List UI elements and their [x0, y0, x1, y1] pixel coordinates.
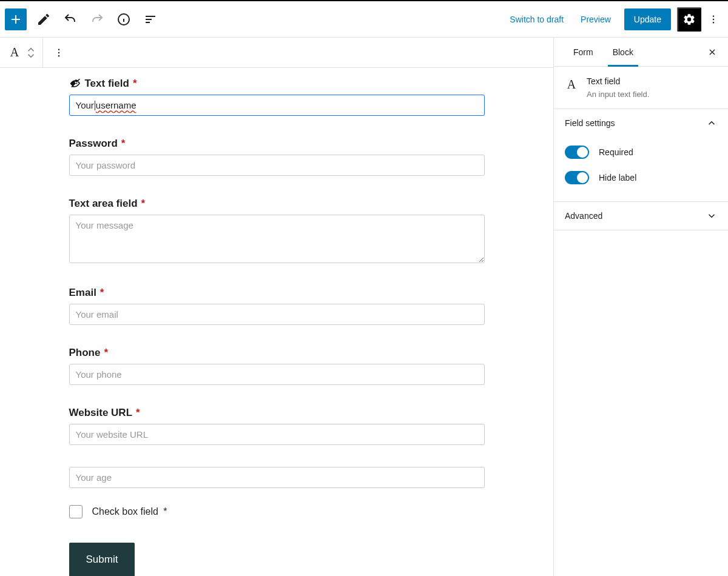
- url-field-block[interactable]: Website URL *: [69, 407, 485, 445]
- settings-sidebar: Form Block A Text field An input text fi…: [553, 38, 728, 576]
- email-input[interactable]: [69, 304, 485, 325]
- chevron-up-icon: [706, 118, 717, 129]
- svg-point-5: [58, 52, 59, 53]
- tab-form[interactable]: Form: [564, 38, 603, 66]
- field-label-text: Password: [69, 138, 118, 150]
- chevron-down-icon: [706, 210, 717, 221]
- field-label-text: Text field: [85, 78, 129, 90]
- undo-button[interactable]: [58, 7, 83, 32]
- section-advanced-header[interactable]: Advanced: [554, 202, 728, 230]
- phone-input[interactable]: [69, 364, 485, 385]
- gear-icon: [682, 13, 696, 26]
- details-button[interactable]: [112, 7, 136, 32]
- toggle-required-label: Required: [599, 147, 633, 157]
- outline-button[interactable]: [138, 7, 163, 32]
- field-label-text: Text area field: [69, 198, 138, 210]
- checkbox-field-block[interactable]: Check box field *: [69, 505, 485, 518]
- editor-top-header: Switch to draft Preview Update: [0, 1, 728, 38]
- phone-field-block[interactable]: Phone *: [69, 347, 485, 385]
- chevron-up-icon: [25, 47, 36, 53]
- required-mark: *: [104, 347, 108, 359]
- textarea-input[interactable]: [69, 215, 485, 263]
- form-canvas: Text field * Yourusername Password *: [69, 68, 485, 576]
- redo-icon: [90, 12, 104, 27]
- more-options-button[interactable]: [704, 7, 723, 32]
- tab-block[interactable]: Block: [603, 38, 643, 66]
- outline-icon: [143, 12, 158, 27]
- eye-off-icon: [69, 78, 81, 90]
- block-description: An input text field.: [587, 90, 649, 99]
- password-input[interactable]: [69, 155, 485, 176]
- section-field-settings: Field settings Required Hide label: [554, 109, 728, 202]
- text-field-block[interactable]: Text field * Yourusername: [69, 78, 485, 116]
- undo-icon: [63, 12, 78, 27]
- chevron-down-icon: [25, 53, 36, 59]
- section-field-settings-header[interactable]: Field settings: [554, 109, 728, 137]
- block-type-icon[interactable]: A: [6, 45, 23, 59]
- field-label-text: Email: [69, 287, 96, 299]
- svg-point-4: [58, 49, 59, 50]
- svg-point-3: [713, 22, 714, 23]
- svg-point-6: [58, 55, 59, 56]
- close-sidebar-button[interactable]: [703, 42, 722, 62]
- password-field-block[interactable]: Password *: [69, 138, 485, 176]
- close-icon: [707, 47, 717, 57]
- update-button[interactable]: Update: [624, 8, 671, 30]
- kebab-icon: [708, 14, 719, 25]
- required-mark: *: [121, 138, 126, 150]
- field-label-text: Website URL: [69, 407, 133, 419]
- svg-point-1: [713, 15, 714, 16]
- block-toolbar: A: [0, 38, 553, 68]
- redo-button[interactable]: [85, 7, 109, 32]
- switch-to-draft-link[interactable]: Switch to draft: [502, 10, 571, 29]
- block-mover[interactable]: [25, 47, 36, 59]
- section-advanced: Advanced: [554, 202, 728, 230]
- toggle-required[interactable]: [565, 146, 589, 159]
- settings-button[interactable]: [677, 7, 701, 32]
- required-mark: *: [100, 287, 104, 299]
- required-mark: *: [141, 198, 146, 210]
- block-more-options[interactable]: [49, 41, 69, 65]
- required-mark: *: [136, 407, 140, 419]
- text-field-input[interactable]: Yourusername: [69, 95, 485, 116]
- kebab-icon: [53, 47, 64, 58]
- required-mark: *: [133, 78, 137, 90]
- checkbox-label: Check box field *: [92, 506, 167, 517]
- pencil-icon: [36, 12, 51, 27]
- edit-mode-button[interactable]: [32, 7, 56, 32]
- checkbox-input[interactable]: [69, 505, 83, 518]
- info-icon: [116, 12, 131, 27]
- email-field-block[interactable]: Email *: [69, 287, 485, 325]
- preview-link[interactable]: Preview: [573, 10, 618, 29]
- add-block-button[interactable]: [5, 8, 27, 30]
- plus-icon: [8, 12, 23, 27]
- submit-button[interactable]: Submit: [69, 543, 135, 576]
- toggle-hide-label[interactable]: [565, 171, 589, 184]
- block-type-icon: A: [565, 76, 578, 99]
- textarea-field-block[interactable]: Text area field *: [69, 198, 485, 265]
- toggle-hide-label-label: Hide label: [599, 173, 636, 183]
- field-label-text: Phone: [69, 347, 101, 359]
- block-info: A Text field An input text field.: [554, 67, 728, 109]
- age-field-block[interactable]: [69, 467, 485, 488]
- age-input[interactable]: [69, 467, 485, 488]
- block-title: Text field: [587, 76, 649, 86]
- svg-point-2: [713, 18, 714, 19]
- url-input[interactable]: [69, 424, 485, 445]
- required-mark: *: [163, 506, 167, 517]
